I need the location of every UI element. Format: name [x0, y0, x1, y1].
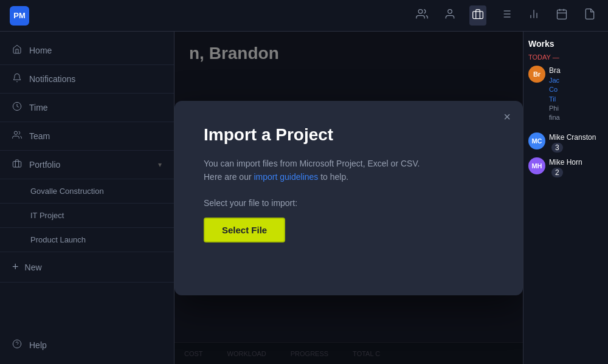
- sidebar: Home Notifications Time Team Portfolio: [0, 32, 174, 364]
- content-area: n, Brandon COST WORKLOAD PROGRESS TOTAL …: [174, 32, 523, 364]
- rp-user-mike-horn: MH Mike Horn 2: [528, 157, 603, 178]
- modal-description: You can import files from Microsoft Proj…: [204, 157, 494, 184]
- home-icon: [12, 44, 22, 57]
- svg-point-0: [418, 10, 423, 14]
- clock-icon: [12, 101, 22, 114]
- sidebar-item-time[interactable]: Time: [0, 94, 174, 122]
- product-launch-label: Product Launch: [30, 235, 86, 244]
- nav-icon-person[interactable]: [441, 5, 458, 26]
- sidebar-sub-item-product-launch[interactable]: Product Launch: [0, 228, 174, 252]
- avatar-bra: Br: [528, 66, 545, 83]
- rp-task1: Jac: [549, 76, 561, 85]
- rp-note: Phifina: [549, 104, 561, 123]
- portfolio-label: Portfolio: [29, 160, 158, 170]
- sidebar-item-home[interactable]: Home: [0, 36, 174, 65]
- govalle-label: Govalle Construction: [30, 187, 104, 196]
- nav-icon-file[interactable]: [581, 5, 598, 26]
- rp-count-mc: 3: [551, 143, 563, 153]
- plus-icon: +: [12, 261, 19, 273]
- help-icon: [12, 339, 22, 351]
- sidebar-item-notifications[interactable]: Notifications: [0, 65, 174, 94]
- rp-bottom-users: MC Mike Cranston 3 MH Mike Horn 2: [528, 132, 603, 178]
- chevron-down-icon: ▾: [158, 160, 162, 169]
- help-label: Help: [29, 340, 47, 350]
- rp-name-mh: Mike Horn: [549, 157, 582, 168]
- svg-point-17: [14, 131, 17, 134]
- rp-task2: Co: [549, 85, 561, 94]
- svg-point-19: [13, 340, 21, 348]
- rp-name-bra: Bra: [549, 66, 561, 76]
- sidebar-item-team[interactable]: Team: [0, 122, 174, 151]
- nav-icon-calendar[interactable]: [553, 5, 570, 26]
- top-nav: PM: [0, 0, 608, 32]
- svg-rect-2: [473, 12, 483, 19]
- team-icon: [12, 130, 22, 142]
- bell-icon: [12, 73, 22, 85]
- rp-user-mike-cranston: MC Mike Cranston 3: [528, 132, 603, 153]
- nav-icon-team[interactable]: [413, 5, 430, 26]
- sidebar-sub-item-govalle[interactable]: Govalle Construction: [0, 179, 174, 204]
- right-panel: Works TODAY — Br Bra Jac Co Til Phifina …: [523, 32, 608, 364]
- modal-desc-text2: to help.: [318, 172, 348, 182]
- sidebar-item-help[interactable]: Help: [0, 331, 174, 359]
- team-label: Team: [29, 131, 50, 141]
- new-label: New: [25, 263, 42, 272]
- svg-rect-18: [13, 162, 21, 167]
- rp-user-bra: Br Bra Jac Co Til Phifina: [528, 66, 603, 123]
- nav-icon-chart[interactable]: [525, 5, 542, 26]
- portfolio-icon: [12, 159, 22, 171]
- svg-rect-12: [558, 10, 567, 19]
- top-nav-icons: [413, 5, 598, 26]
- modal-overlay: × Import a Project You can import files …: [174, 32, 523, 364]
- nav-icon-list[interactable]: [497, 5, 514, 26]
- sidebar-item-portfolio[interactable]: Portfolio ▾: [0, 151, 174, 179]
- modal-file-label: Select your file to import:: [204, 198, 494, 208]
- app-logo[interactable]: PM: [10, 6, 29, 26]
- avatar-mc: MC: [528, 132, 545, 149]
- modal-close-button[interactable]: ×: [503, 111, 511, 123]
- select-file-button[interactable]: Select File: [204, 218, 285, 242]
- main-layout: Home Notifications Time Team Portfolio: [0, 32, 608, 364]
- it-label: IT Project: [30, 211, 64, 220]
- avatar-mh: MH: [528, 157, 545, 174]
- nav-icon-briefcase[interactable]: [469, 5, 486, 26]
- home-label: Home: [29, 46, 52, 55]
- import-guidelines-link[interactable]: import guidelines: [254, 172, 318, 182]
- notifications-label: Notifications: [29, 74, 75, 84]
- svg-point-1: [448, 10, 452, 14]
- sidebar-new-button[interactable]: + New: [0, 252, 174, 283]
- rp-count-mh: 2: [551, 168, 563, 177]
- rp-task3: Til: [549, 95, 561, 104]
- import-modal: × Import a Project You can import files …: [174, 101, 523, 295]
- sidebar-sub-item-it[interactable]: IT Project: [0, 204, 174, 228]
- today-label: TODAY —: [528, 53, 603, 61]
- rp-name-mc: Mike Cranston: [549, 132, 596, 143]
- time-label: Time: [29, 103, 48, 112]
- right-panel-title: Works: [528, 39, 603, 49]
- modal-title: Import a Project: [204, 125, 494, 145]
